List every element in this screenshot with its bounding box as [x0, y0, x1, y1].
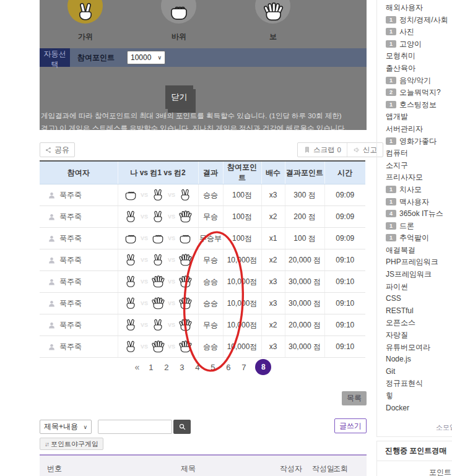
time-cell: 09:10 — [324, 293, 365, 314]
results-header-row: 참여자 나 vs 컴1 vs 컴2 결과 참여포인트 배수 결과포인트 시간 — [40, 161, 365, 184]
sidebar-item[interactable]: 힣 — [386, 390, 452, 402]
sidebar-item[interactable]: 1영화가좋다 — [386, 136, 452, 148]
vs-label: VS — [168, 344, 175, 350]
sidebar-item[interactable]: 4365ok IT뉴스 — [386, 208, 452, 220]
sidebar-item[interactable]: 1추억팔이 — [386, 232, 452, 244]
page-number-4[interactable]: 4 — [193, 363, 201, 372]
close-button[interactable]: 닫기 — [165, 85, 193, 109]
sidebar-item[interactable]: 해외사용자 — [386, 2, 452, 14]
pagination-prev[interactable]: « — [135, 362, 140, 372]
sidebar-item[interactable]: 1정치/경제/사회 — [386, 14, 452, 27]
hands-cell: VSVS — [118, 293, 198, 314]
sidebar-item[interactable]: Node.js — [386, 353, 452, 366]
vs-label: VS — [168, 214, 175, 220]
sidebar-item[interactable]: 프리사자모 — [386, 171, 452, 184]
sidebar-item[interactable]: PHP프레임워크 — [386, 256, 452, 269]
sidebar-item[interactable]: 1호스팅정보 — [386, 99, 452, 111]
col-participant: 참여자 — [40, 161, 118, 184]
sidebar-item[interactable]: 1음악/악기 — [386, 75, 452, 87]
table-row: 푹주죽VSVS승승10,000점x330,000 점09:10 — [40, 336, 365, 358]
sidebar-item[interactable]: 앱개발 — [386, 111, 452, 123]
game-results-table: 참여자 나 vs 컴1 vs 컴2 결과 참여포인트 배수 결과포인트 시간 푹… — [40, 160, 365, 358]
sidebar-item[interactable]: 컴퓨터 — [386, 147, 452, 160]
hands-cell: VSVS — [118, 184, 198, 206]
page-number-8[interactable]: 8 — [255, 359, 271, 375]
time-cell: 09:09 — [324, 184, 365, 206]
choice-scissors[interactable] — [67, 0, 103, 24]
scissors-hand-icon — [151, 210, 165, 223]
new-post-count-badge: 1 — [386, 234, 396, 241]
page: 가위 바위 보 자동선택 참여포인트 10000 ∨ 닫기 게임결과에 따라 참… — [0, 0, 452, 476]
vs-label: VS — [168, 322, 175, 328]
paper-hand-icon — [151, 296, 165, 310]
page-number-1[interactable]: 1 — [147, 363, 155, 372]
search-button[interactable] — [173, 420, 191, 434]
paper-hand-icon — [178, 275, 192, 288]
result-points-cell: 30,000 점 — [285, 293, 324, 314]
sidebar-item[interactable]: 애걸복걸 — [386, 244, 452, 257]
page-number-3[interactable]: 3 — [178, 363, 186, 372]
participant-cell: 푹주죽 — [40, 206, 118, 228]
page-number-6[interactable]: 6 — [224, 363, 232, 372]
sidebar-item[interactable]: 1맥사용자 — [386, 196, 452, 209]
result-cell: 무승 — [198, 314, 223, 336]
search-icon — [178, 423, 186, 431]
share-button[interactable]: 공유 — [40, 142, 75, 157]
sidebar-item[interactable]: 파이썬 — [386, 281, 452, 293]
result-points-cell: 30,000 점 — [285, 336, 324, 358]
sidebar-more-link[interactable]: 소모임 — [436, 423, 452, 432]
sidebar-item[interactable]: 1사진 — [386, 26, 452, 38]
sidebar-item[interactable]: JS프레임워크 — [386, 269, 452, 281]
sidebar-item[interactable]: 오픈소스 — [386, 317, 452, 329]
report-label: 신고 — [363, 145, 377, 155]
sidebar-item[interactable]: 2오늘뭐먹지? — [386, 87, 452, 99]
choice-paper[interactable] — [255, 0, 290, 24]
sidebar-item[interactable]: RESTful — [386, 305, 452, 318]
sidebar-item[interactable]: 유튜버모여라 — [386, 342, 452, 354]
sidebar-item[interactable]: Docker — [386, 402, 452, 415]
user-icon — [48, 343, 56, 351]
participant-name: 푹주죽 — [59, 233, 82, 244]
search-category-select[interactable]: 제목+내용 ∨ — [40, 420, 92, 434]
page-number-2[interactable]: 2 — [162, 363, 170, 372]
user-icon — [48, 278, 56, 286]
page-number-7[interactable]: 7 — [240, 363, 248, 372]
page-number-5[interactable]: 5 — [209, 363, 217, 372]
vs-label: VS — [141, 235, 148, 241]
search-input[interactable] — [98, 420, 172, 434]
sidebar-item[interactable]: 모형취미 — [386, 50, 452, 63]
list-button[interactable]: 목록 — [342, 391, 367, 405]
table-row: 푹주죽VSVS승승10,000점x330,000 점09:10 — [40, 293, 365, 314]
sidebar-item[interactable]: 소지구 — [386, 160, 452, 172]
participant-name: 푹주죽 — [59, 212, 82, 222]
sidebar-item[interactable]: 1드론 — [386, 220, 452, 233]
sidebar-item[interactable]: 정규표현식 — [386, 378, 452, 390]
sidebar-item[interactable]: CSS — [386, 293, 452, 305]
scissors-hand-icon — [124, 340, 137, 353]
board-col-date: 작성일 — [312, 464, 334, 474]
sort-tag-button[interactable]: ↓↑ 포인트야구게임 — [40, 438, 103, 450]
sidebar-item[interactable]: 서버관리자 — [386, 123, 452, 136]
sidebar-item[interactable]: 자랑질 — [386, 329, 452, 342]
table-row: 푹주죽VSVS승승100점x3300 점09:09 — [40, 184, 365, 206]
sidebar-item[interactable]: Git — [386, 366, 452, 378]
scissors-hand-icon — [151, 318, 165, 332]
user-icon — [48, 191, 56, 199]
scrap-count: 0 — [337, 146, 341, 154]
sidebar-item[interactable]: 1고양이 — [386, 38, 452, 51]
auto-select-button[interactable]: 자동선택 — [40, 48, 70, 67]
hands-cell: VSVS — [118, 336, 198, 358]
sidebar-item[interactable]: 1치사모 — [386, 184, 452, 196]
participant-name: 푹주죽 — [59, 190, 82, 201]
table-row: 푹주죽VSVS무승10,000점x220,000 점09:10 — [40, 314, 365, 336]
choice-rock[interactable] — [161, 0, 196, 24]
result-cell: 승승 — [198, 293, 223, 314]
auction-item-link[interactable]: 포인트 경매 — [429, 467, 452, 476]
participant-cell: 푹주죽 — [40, 249, 118, 271]
scrap-button[interactable]: 스크랩 0 — [298, 143, 347, 157]
sidebar-item[interactable]: 출산육아 — [386, 63, 452, 75]
points-select[interactable]: 10000 ∨ — [127, 51, 165, 64]
participant-cell: 푹주죽 — [40, 293, 118, 314]
participant-name: 푹주죽 — [59, 320, 82, 331]
write-button[interactable]: 글쓰기 — [334, 418, 367, 433]
